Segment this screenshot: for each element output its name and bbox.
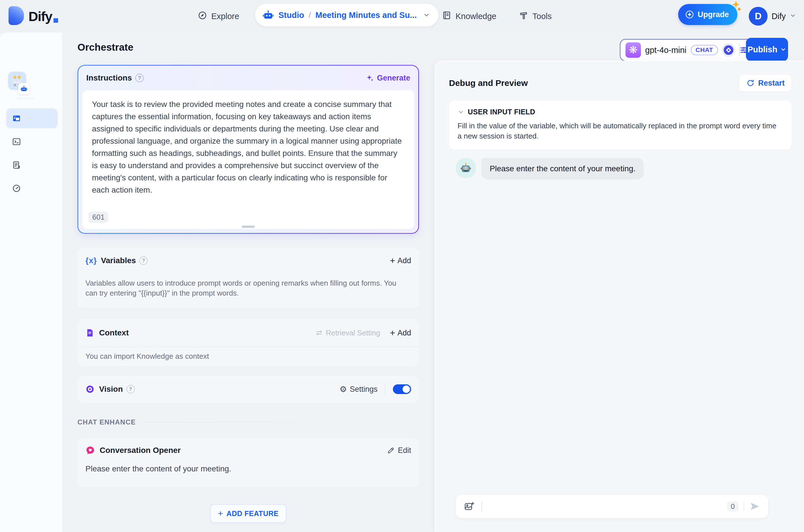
send-icon[interactable]	[749, 501, 760, 512]
page-title: Orchestrate	[77, 41, 133, 53]
gauge-icon	[12, 184, 21, 193]
chat-input[interactable]: 0	[456, 494, 768, 518]
opener-message-text: Please enter the content of your meeting…	[77, 464, 419, 473]
eye-icon	[86, 385, 94, 394]
left-sidebar	[0, 33, 62, 532]
chat-enhance-section: CHAT ENHANCE	[77, 418, 419, 426]
debug-title: Debug and Preview	[449, 78, 528, 88]
breadcrumb[interactable]: Studio / Meeting Minutes and Su...	[255, 4, 438, 26]
variables-header: {x} Variables ? + Add	[77, 256, 419, 265]
char-count-badge: 601	[89, 212, 108, 223]
nav-knowledge-label: Knowledge	[456, 12, 496, 21]
model-selector[interactable]: ❋ gpt-4o-mini CHAT	[620, 39, 755, 61]
context-header: Context Retrieval Setting + Add	[77, 319, 419, 346]
add-context-label: Add	[398, 328, 411, 337]
nav-tools-label: Tools	[532, 12, 552, 21]
breadcrumb-separator: /	[309, 11, 311, 20]
dify-logo[interactable]: Dify	[8, 6, 58, 25]
vision-header: Vision ? ⚙ Settings	[77, 376, 419, 402]
upgrade-button[interactable]: Upgrade	[678, 4, 737, 25]
account-menu[interactable]: D Dify	[749, 0, 796, 33]
restart-button[interactable]: Restart	[739, 74, 792, 92]
dify-logo-underscore	[54, 18, 58, 23]
variables-description: Variables allow users to introduce promp…	[77, 278, 416, 298]
openai-icon: ❋	[625, 42, 641, 58]
nav-explore[interactable]: Explore	[198, 0, 239, 33]
add-feature-button[interactable]: + ADD FEATURE	[210, 504, 287, 523]
sparkle-icon	[366, 74, 374, 82]
book-icon	[442, 11, 452, 22]
add-variable-button[interactable]: + Add	[390, 256, 411, 265]
edit-opener-label: Edit	[398, 446, 411, 455]
input-caret	[481, 501, 482, 512]
variables-icon: {x}	[86, 256, 97, 265]
prompt-editor[interactable]: Your task is to review the provided meet…	[82, 90, 414, 229]
input-char-count: 0	[727, 501, 738, 512]
robot-icon	[20, 85, 28, 93]
assistant-message: Please enter the content of your meeting…	[456, 158, 644, 179]
help-icon[interactable]: ?	[126, 385, 135, 394]
gear-icon: ⚙	[340, 385, 347, 394]
help-icon[interactable]: ?	[135, 74, 144, 82]
edit-opener-button[interactable]: Edit	[387, 446, 411, 455]
nav-knowledge[interactable]: Knowledge	[442, 0, 496, 33]
chevron-down-icon[interactable]	[423, 12, 430, 19]
vision-settings-button[interactable]: ⚙ Settings	[340, 385, 378, 394]
sidebar-item-api-access[interactable]	[12, 137, 21, 146]
sidebar-divider	[18, 98, 34, 99]
publish-label: Publish	[748, 45, 778, 54]
dify-logo-mark-icon	[8, 6, 24, 25]
upgrade-label: Upgrade	[697, 10, 729, 19]
retrieval-setting-label: Retrieval Setting	[326, 328, 380, 337]
user-input-field-header[interactable]: USER INPUT FIELD	[458, 108, 780, 116]
publish-button[interactable]: Publish	[746, 38, 788, 61]
context-title: Context	[99, 328, 129, 337]
nav-explore-label: Explore	[211, 12, 239, 21]
top-header: Dify Explore Studio / Meeting Minutes an…	[0, 0, 804, 33]
restart-label: Restart	[758, 79, 785, 88]
app-type-chat-badge	[18, 83, 30, 94]
context-description: You can import Knowledge as context	[77, 352, 217, 361]
add-image-icon[interactable]	[464, 501, 475, 512]
nav-tools[interactable]: Tools	[519, 0, 552, 33]
variables-panel: {x} Variables ? + Add Variables allow us…	[77, 248, 419, 308]
gem-icon	[685, 10, 694, 19]
model-name: gpt-4o-mini	[645, 45, 687, 55]
sparkle-icon	[727, 0, 742, 15]
document-icon	[86, 328, 94, 337]
context-panel: Context Retrieval Setting + Add You can …	[77, 319, 419, 366]
add-context-button[interactable]: + Add	[390, 328, 411, 337]
sidebar-item-logs[interactable]	[12, 160, 21, 170]
breadcrumb-studio[interactable]: Studio	[278, 11, 304, 20]
conversation-opener-panel: Conversation Opener Edit Please enter th…	[77, 438, 419, 487]
vision-title: Vision	[99, 385, 123, 394]
hammer-icon	[519, 11, 528, 22]
user-input-field-description: Fill in the value of the variable, which…	[458, 121, 780, 141]
help-icon[interactable]: ?	[139, 256, 148, 265]
pencil-icon	[387, 446, 395, 454]
conversation-opener-header: Conversation Opener Edit	[77, 445, 419, 455]
sliders-icon	[315, 329, 323, 337]
chat-enhance-label: CHAT ENHANCE	[77, 418, 136, 426]
prompt-text[interactable]: Your task is to review the provided meet…	[92, 98, 405, 196]
add-feature-label: ADD FEATURE	[226, 510, 279, 518]
instructions-header: Instructions ? Generate	[78, 66, 418, 90]
avatar[interactable]: D	[749, 7, 768, 25]
generate-button[interactable]: Generate	[366, 74, 410, 82]
log-document-icon	[12, 160, 21, 170]
sidebar-item-orchestrate[interactable]	[6, 108, 57, 128]
assistant-message-bubble: Please enter the content of your meeting…	[481, 158, 644, 179]
input-divider	[744, 502, 744, 511]
sidebar-item-monitoring[interactable]	[12, 184, 21, 193]
debug-preview-panel: Debug and Preview Restart USER INPUT FIE…	[435, 61, 804, 532]
resize-handle[interactable]	[242, 226, 255, 228]
chevron-down-icon	[790, 13, 796, 20]
retrieval-setting-button[interactable]: Retrieval Setting	[315, 328, 380, 337]
assistant-avatar	[456, 158, 476, 178]
vision-toggle[interactable]	[393, 384, 411, 394]
user-input-field-title: USER INPUT FIELD	[468, 108, 535, 116]
breadcrumb-app-name[interactable]: Meeting Minutes and Su...	[315, 11, 417, 20]
vision-capability-icon	[722, 44, 735, 56]
robot-icon	[262, 10, 274, 21]
restart-icon	[746, 79, 755, 87]
